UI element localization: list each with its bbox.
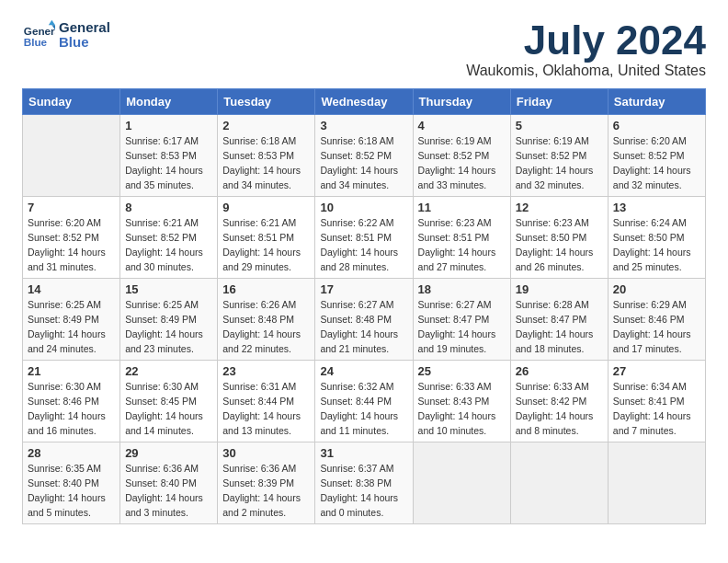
calendar-cell: 22Sunrise: 6:30 AMSunset: 8:45 PMDayligh… xyxy=(120,361,218,442)
month-title: July 2024 xyxy=(466,18,706,63)
day-number: 8 xyxy=(125,201,212,214)
location-subtitle: Waukomis, Oklahoma, United States xyxy=(466,63,706,79)
calendar-cell: 9Sunrise: 6:21 AMSunset: 8:51 PMDaylight… xyxy=(218,197,315,279)
calendar-cell xyxy=(23,115,120,197)
calendar-cell: 20Sunrise: 6:29 AMSunset: 8:46 PMDayligh… xyxy=(608,279,705,361)
day-info: Sunrise: 6:29 AMSunset: 8:46 PMDaylight:… xyxy=(613,298,700,356)
calendar-cell: 27Sunrise: 6:34 AMSunset: 8:41 PMDayligh… xyxy=(608,361,705,442)
calendar-cell: 28Sunrise: 6:35 AMSunset: 8:40 PMDayligh… xyxy=(23,442,120,524)
calendar-cell: 7Sunrise: 6:20 AMSunset: 8:52 PMDaylight… xyxy=(23,197,120,279)
calendar-cell: 8Sunrise: 6:21 AMSunset: 8:52 PMDaylight… xyxy=(120,197,218,279)
day-info: Sunrise: 6:36 AMSunset: 8:39 PMDaylight:… xyxy=(222,462,310,520)
calendar-cell: 4Sunrise: 6:19 AMSunset: 8:52 PMDaylight… xyxy=(413,115,510,197)
calendar-cell: 18Sunrise: 6:27 AMSunset: 8:47 PMDayligh… xyxy=(413,279,510,361)
day-number: 7 xyxy=(28,201,115,214)
day-info: Sunrise: 6:27 AMSunset: 8:48 PMDaylight:… xyxy=(320,298,407,356)
calendar-cell: 31Sunrise: 6:37 AMSunset: 8:38 PMDayligh… xyxy=(315,442,413,524)
day-number: 1 xyxy=(125,119,212,132)
day-info: Sunrise: 6:30 AMSunset: 8:45 PMDaylight:… xyxy=(125,380,212,438)
day-info: Sunrise: 6:22 AMSunset: 8:51 PMDaylight:… xyxy=(320,216,407,274)
day-number: 26 xyxy=(516,364,603,378)
day-number: 31 xyxy=(320,446,407,460)
day-info: Sunrise: 6:31 AMSunset: 8:44 PMDaylight:… xyxy=(222,380,310,438)
calendar-cell xyxy=(413,442,510,524)
day-info: Sunrise: 6:25 AMSunset: 8:49 PMDaylight:… xyxy=(28,298,115,356)
calendar-cell: 16Sunrise: 6:26 AMSunset: 8:48 PMDayligh… xyxy=(218,279,315,361)
day-info: Sunrise: 6:32 AMSunset: 8:44 PMDaylight:… xyxy=(320,380,407,438)
day-number: 24 xyxy=(320,364,407,378)
day-info: Sunrise: 6:37 AMSunset: 8:38 PMDaylight:… xyxy=(320,462,407,520)
calendar-cell: 23Sunrise: 6:31 AMSunset: 8:44 PMDayligh… xyxy=(218,361,315,442)
page-header: General Blue General Blue July 2024 Wauk… xyxy=(22,18,706,79)
title-area: July 2024 Waukomis, Oklahoma, United Sta… xyxy=(466,18,706,79)
day-of-week-header: Tuesday xyxy=(218,89,315,115)
day-number: 10 xyxy=(320,201,407,214)
day-info: Sunrise: 6:35 AMSunset: 8:40 PMDaylight:… xyxy=(28,462,115,520)
day-number: 12 xyxy=(516,201,603,214)
day-number: 22 xyxy=(125,364,212,378)
day-number: 13 xyxy=(613,201,700,214)
calendar-cell: 30Sunrise: 6:36 AMSunset: 8:39 PMDayligh… xyxy=(218,442,315,524)
day-of-week-header: Monday xyxy=(120,89,218,115)
day-info: Sunrise: 6:18 AMSunset: 8:52 PMDaylight:… xyxy=(320,134,407,192)
day-info: Sunrise: 6:19 AMSunset: 8:52 PMDaylight:… xyxy=(516,134,603,192)
calendar-cell: 13Sunrise: 6:24 AMSunset: 8:50 PMDayligh… xyxy=(608,197,705,279)
calendar-cell: 19Sunrise: 6:28 AMSunset: 8:47 PMDayligh… xyxy=(510,279,608,361)
calendar-cell: 11Sunrise: 6:23 AMSunset: 8:51 PMDayligh… xyxy=(413,197,510,279)
day-number: 3 xyxy=(320,119,407,132)
day-info: Sunrise: 6:21 AMSunset: 8:52 PMDaylight:… xyxy=(125,216,212,274)
calendar-cell: 14Sunrise: 6:25 AMSunset: 8:49 PMDayligh… xyxy=(23,279,120,361)
calendar-cell: 21Sunrise: 6:30 AMSunset: 8:46 PMDayligh… xyxy=(23,361,120,442)
calendar-week-row: 7Sunrise: 6:20 AMSunset: 8:52 PMDaylight… xyxy=(23,197,706,279)
calendar-cell: 29Sunrise: 6:36 AMSunset: 8:40 PMDayligh… xyxy=(120,442,218,524)
day-number: 25 xyxy=(418,364,506,378)
day-info: Sunrise: 6:26 AMSunset: 8:48 PMDaylight:… xyxy=(222,298,310,356)
logo: General Blue General Blue xyxy=(22,18,110,52)
calendar-cell: 17Sunrise: 6:27 AMSunset: 8:48 PMDayligh… xyxy=(315,279,413,361)
day-info: Sunrise: 6:19 AMSunset: 8:52 PMDaylight:… xyxy=(418,134,506,192)
day-number: 9 xyxy=(222,201,310,214)
calendar-cell: 6Sunrise: 6:20 AMSunset: 8:52 PMDaylight… xyxy=(608,115,705,197)
day-info: Sunrise: 6:33 AMSunset: 8:43 PMDaylight:… xyxy=(418,380,506,438)
day-info: Sunrise: 6:21 AMSunset: 8:51 PMDaylight:… xyxy=(222,216,310,274)
day-info: Sunrise: 6:36 AMSunset: 8:40 PMDaylight:… xyxy=(125,462,212,520)
calendar-cell: 25Sunrise: 6:33 AMSunset: 8:43 PMDayligh… xyxy=(413,361,510,442)
calendar-week-row: 21Sunrise: 6:30 AMSunset: 8:46 PMDayligh… xyxy=(23,361,706,442)
day-number: 21 xyxy=(28,364,115,378)
day-number: 5 xyxy=(516,119,603,132)
day-number: 30 xyxy=(222,446,310,460)
day-number: 18 xyxy=(418,282,506,296)
day-of-week-header: Wednesday xyxy=(315,89,413,115)
day-number: 23 xyxy=(222,364,310,378)
calendar-cell xyxy=(510,442,608,524)
svg-marker-2 xyxy=(49,20,55,25)
calendar-cell: 10Sunrise: 6:22 AMSunset: 8:51 PMDayligh… xyxy=(315,197,413,279)
day-number: 20 xyxy=(613,282,700,296)
logo-blue: Blue xyxy=(59,35,110,51)
day-info: Sunrise: 6:23 AMSunset: 8:51 PMDaylight:… xyxy=(418,216,506,274)
day-info: Sunrise: 6:28 AMSunset: 8:47 PMDaylight:… xyxy=(516,298,603,356)
calendar-cell: 5Sunrise: 6:19 AMSunset: 8:52 PMDaylight… xyxy=(510,115,608,197)
calendar-cell: 1Sunrise: 6:17 AMSunset: 8:53 PMDaylight… xyxy=(120,115,218,197)
calendar-week-row: 28Sunrise: 6:35 AMSunset: 8:40 PMDayligh… xyxy=(23,442,706,524)
calendar-cell: 24Sunrise: 6:32 AMSunset: 8:44 PMDayligh… xyxy=(315,361,413,442)
calendar-cell: 15Sunrise: 6:25 AMSunset: 8:49 PMDayligh… xyxy=(120,279,218,361)
day-info: Sunrise: 6:34 AMSunset: 8:41 PMDaylight:… xyxy=(613,380,700,438)
day-number: 2 xyxy=(222,119,310,132)
day-info: Sunrise: 6:20 AMSunset: 8:52 PMDaylight:… xyxy=(28,216,115,274)
day-number: 16 xyxy=(222,282,310,296)
day-number: 28 xyxy=(28,446,115,460)
day-number: 11 xyxy=(418,201,506,214)
day-number: 19 xyxy=(516,282,603,296)
calendar-table: SundayMondayTuesdayWednesdayThursdayFrid… xyxy=(22,88,706,524)
calendar-cell: 2Sunrise: 6:18 AMSunset: 8:53 PMDaylight… xyxy=(218,115,315,197)
day-info: Sunrise: 6:33 AMSunset: 8:42 PMDaylight:… xyxy=(516,380,603,438)
calendar-week-row: 14Sunrise: 6:25 AMSunset: 8:49 PMDayligh… xyxy=(23,279,706,361)
day-number: 4 xyxy=(418,119,506,132)
day-number: 27 xyxy=(613,364,700,378)
calendar-cell xyxy=(608,442,705,524)
calendar-cell: 3Sunrise: 6:18 AMSunset: 8:52 PMDaylight… xyxy=(315,115,413,197)
svg-text:Blue: Blue xyxy=(24,36,48,48)
day-of-week-header: Sunday xyxy=(23,89,120,115)
logo-general: General xyxy=(59,20,110,36)
